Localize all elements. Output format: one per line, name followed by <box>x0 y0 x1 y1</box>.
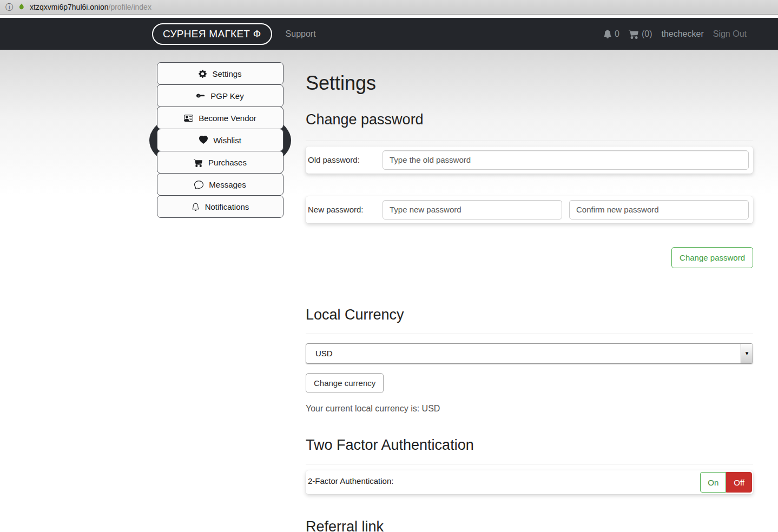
two-factor-off-button[interactable]: Off <box>726 472 752 493</box>
notifications-indicator[interactable]: 0 <box>603 29 619 39</box>
gear-icon <box>199 70 207 78</box>
new-password-inputs <box>383 200 749 220</box>
chevron-down-icon: ▾ <box>746 350 749 357</box>
sidebar-item-label: Purchases <box>208 158 247 167</box>
sidebar-item-wishlist[interactable]: Wishlist <box>157 129 283 151</box>
two-factor-label: 2-Factor Authentication: <box>307 476 393 486</box>
browser-address-bar[interactable]: ⓘ xtzqxvmi6p7hul6i.onion/profile/index <box>0 0 778 15</box>
notification-count: 0 <box>615 29 619 39</box>
old-password-input[interactable] <box>383 150 749 170</box>
navbar-right: 0 (0) thechecker Sign Out <box>603 29 747 39</box>
currency-selected-value: USD <box>315 349 333 358</box>
url-path: /profile/index <box>109 3 151 11</box>
currency-select[interactable]: USD ▾ <box>306 343 753 364</box>
brand-logo[interactable]: СУРНЕЯ МАГКЕТ Ф <box>152 23 272 45</box>
sidebar-item-become-vendor[interactable]: Become Vendor <box>157 107 283 129</box>
settings-main: Settings Change password Old password: N… <box>306 64 753 532</box>
select-dropdown-cap[interactable]: ▾ <box>741 344 753 363</box>
key-icon <box>196 91 205 100</box>
id-card-icon <box>184 114 193 123</box>
two-factor-row: 2-Factor Authentication: On Off <box>306 470 753 494</box>
divider <box>306 334 753 334</box>
old-password-label: Old password: <box>307 155 383 164</box>
sidebar-item-messages[interactable]: Messages <box>157 173 283 196</box>
cart-icon <box>629 29 639 39</box>
url-text[interactable]: xtzqxvmi6p7hul6i.onion/profile/index <box>30 3 151 11</box>
local-currency-heading: Local Currency <box>306 306 753 323</box>
url-host: xtzqxvmi6p7hul6i.onion <box>30 3 109 11</box>
current-currency-note: Your current local currency is: USD <box>306 404 753 414</box>
sidebar-item-purchases[interactable]: Purchases <box>157 151 283 174</box>
change-currency-button[interactable]: Change currency <box>306 373 384 393</box>
new-password-input[interactable] <box>383 200 562 220</box>
profile-sidebar: Settings PGP Key Become Vendor Wishlist <box>157 62 283 218</box>
old-password-row: Old password: <box>306 147 753 174</box>
two-factor-heading: Two Factor Authentication <box>306 436 753 454</box>
content-area: Settings PGP Key Become Vendor Wishlist <box>0 50 778 532</box>
top-navbar: СУРНЕЯ МАГКЕТ Ф Support 0 (0) thechecker… <box>0 18 778 50</box>
cart-count: (0) <box>642 29 652 39</box>
page-title: Settings <box>306 71 753 95</box>
change-password-button[interactable]: Change password <box>671 247 753 268</box>
info-circle-icon[interactable]: ⓘ <box>5 3 13 11</box>
confirm-password-input[interactable] <box>569 200 749 220</box>
bell-icon <box>192 203 200 211</box>
sidebar-item-label: Wishlist <box>213 136 241 145</box>
sidebar-item-label: Messages <box>209 180 246 189</box>
sign-out-link[interactable]: Sign Out <box>713 29 747 39</box>
bell-icon <box>603 30 612 38</box>
sidebar-item-label: Settings <box>212 69 241 78</box>
cart-indicator[interactable]: (0) <box>629 29 652 39</box>
change-password-button-row: Change password <box>306 247 753 268</box>
change-password-heading: Change password <box>306 111 753 128</box>
page: ⓘ xtzqxvmi6p7hul6i.onion/profile/index С… <box>0 0 778 532</box>
heart-icon <box>199 136 208 144</box>
new-password-label: New password: <box>307 205 383 214</box>
chat-icon <box>194 180 203 189</box>
sidebar-item-pgp-key[interactable]: PGP Key <box>157 84 283 107</box>
sidebar-item-label: PGP Key <box>210 91 243 101</box>
sidebar-item-settings[interactable]: Settings <box>157 62 283 85</box>
sidebar-item-label: Notifications <box>205 202 249 211</box>
cart-icon <box>194 158 203 167</box>
new-password-row: New password: <box>306 196 753 223</box>
divider <box>306 141 753 141</box>
nav-support-link[interactable]: Support <box>286 29 316 39</box>
sidebar-item-label: Become Vendor <box>199 114 256 123</box>
two-factor-on-button[interactable]: On <box>700 472 726 493</box>
nav-username[interactable]: thechecker <box>661 29 703 39</box>
divider <box>306 464 753 464</box>
referral-link-heading: Referral link <box>306 518 753 532</box>
onion-icon <box>17 2 25 12</box>
two-factor-toggle: On Off <box>700 472 752 493</box>
sidebar-item-notifications[interactable]: Notifications <box>157 195 283 218</box>
